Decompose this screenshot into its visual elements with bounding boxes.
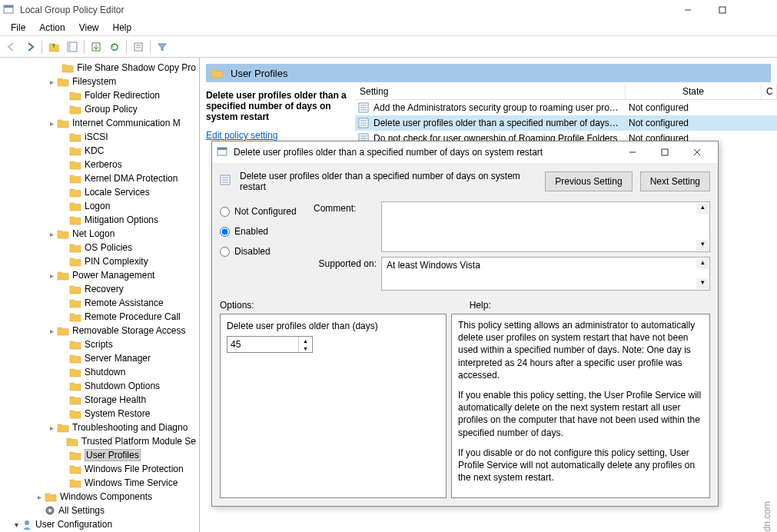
radio-enabled[interactable]: Enabled: [220, 221, 306, 241]
up-button[interactable]: [45, 38, 62, 55]
tree-item[interactable]: Group Policy: [0, 102, 199, 116]
tree-item[interactable]: System Restore: [0, 407, 199, 421]
tree-item[interactable]: Scripts: [0, 337, 199, 351]
row-state-label: Not configured: [624, 102, 777, 113]
scroll-up-icon[interactable]: ▴: [696, 258, 709, 269]
tree-item[interactable]: User Configuration: [0, 517, 199, 531]
folder-icon: [211, 68, 223, 78]
user-icon: [22, 519, 32, 530]
refresh-button[interactable]: [106, 38, 123, 55]
col-c[interactable]: C: [762, 84, 777, 99]
folder-icon: [69, 311, 81, 322]
filter-button[interactable]: [154, 38, 171, 55]
tree-item-label: Net Logon: [72, 228, 115, 239]
tree-item[interactable]: Folder Redirection: [0, 88, 199, 102]
caret-icon[interactable]: [46, 78, 57, 86]
tree-item-label: Kerberos: [85, 159, 122, 170]
tree-item[interactable]: Internet Communication M: [0, 116, 199, 130]
list-row[interactable]: Add the Administrators security group to…: [355, 100, 777, 115]
tree-pane[interactable]: File Share Shadow Copy ProFilesystemFold…: [0, 58, 200, 532]
tree-item[interactable]: Windows Components: [0, 490, 199, 504]
col-state[interactable]: State: [626, 84, 762, 99]
caret-icon[interactable]: [46, 271, 57, 280]
tree-item-label: Shutdown: [85, 367, 125, 377]
minimize-button[interactable]: [670, 2, 705, 18]
menu-help[interactable]: Help: [107, 21, 138, 35]
folder-icon: [69, 131, 81, 142]
dialog-titlebar[interactable]: Delete user profiles older than a specif…: [212, 141, 718, 163]
tree-item[interactable]: iSCSI: [0, 130, 199, 144]
dialog-close-button[interactable]: [681, 144, 713, 161]
tree-item[interactable]: File Share Shadow Copy Pro: [0, 61, 199, 75]
list-row[interactable]: Delete user profiles older than a specif…: [355, 115, 777, 131]
tree-item[interactable]: Windows File Protection: [0, 462, 199, 476]
tree-item[interactable]: Remote Assistance: [0, 296, 199, 310]
folder-icon: [69, 242, 81, 253]
radio-disabled[interactable]: Disabled: [220, 241, 306, 261]
tree-item[interactable]: Troubleshooting and Diagno: [0, 421, 199, 434]
previous-setting-button[interactable]: Previous Setting: [545, 171, 632, 191]
comment-textarea[interactable]: ▴ ▾: [381, 201, 710, 252]
radio-not-configured[interactable]: Not Configured: [220, 201, 306, 221]
tree-item[interactable]: Kernel DMA Protection: [0, 171, 199, 185]
tree-item[interactable]: All Settings: [0, 504, 199, 517]
menu-view[interactable]: View: [73, 21, 105, 35]
edit-policy-link[interactable]: Edit policy setting: [206, 130, 277, 141]
tree-item[interactable]: User Profiles: [0, 448, 199, 462]
tree-item[interactable]: Removable Storage Access: [0, 324, 199, 337]
folder-icon: [69, 339, 81, 350]
show-hide-tree-button[interactable]: [64, 38, 81, 55]
scroll-down-icon[interactable]: ▾: [696, 278, 709, 289]
toolbar: [0, 36, 777, 58]
tree-item[interactable]: Storage Health: [0, 393, 199, 407]
tree-item[interactable]: Remote Procedure Call: [0, 310, 199, 324]
tree-item[interactable]: Locale Services: [0, 185, 199, 199]
tree-item-label: Removable Storage Access: [72, 325, 185, 336]
days-input[interactable]: [227, 337, 298, 352]
tree-item-label: Internet Communication M: [72, 118, 181, 128]
tree-item[interactable]: Kerberos: [0, 158, 199, 171]
tree-item[interactable]: Net Logon: [0, 227, 199, 241]
caret-icon[interactable]: [46, 424, 57, 432]
tree-item[interactable]: Windows Time Service: [0, 476, 199, 490]
next-setting-button[interactable]: Next Setting: [640, 171, 710, 191]
svg-rect-10: [719, 7, 726, 13]
caret-icon[interactable]: [46, 230, 57, 238]
caret-icon[interactable]: [34, 493, 45, 501]
maximize-button[interactable]: [705, 2, 739, 18]
tree-item[interactable]: Server Manager: [0, 351, 199, 365]
menu-action[interactable]: Action: [33, 21, 71, 35]
caret-icon[interactable]: [11, 520, 22, 529]
tree-item[interactable]: Logon: [0, 199, 199, 213]
tree-item[interactable]: KDC: [0, 144, 199, 158]
watermark: wsxdn.com: [762, 501, 772, 532]
menu-file[interactable]: File: [5, 21, 32, 35]
export-button[interactable]: [88, 38, 105, 55]
tree-item[interactable]: OS Policies: [0, 241, 199, 254]
tree-item[interactable]: Mitigation Options: [0, 213, 199, 227]
dialog-minimize-button[interactable]: [616, 144, 649, 161]
forward-button[interactable]: [22, 38, 38, 55]
tree-item-label: Filesystem: [72, 76, 116, 87]
spin-down-button[interactable]: ▼: [299, 344, 312, 352]
folder-icon: [69, 187, 81, 198]
back-button[interactable]: [3, 38, 20, 55]
tree-item[interactable]: Shutdown: [0, 365, 199, 379]
caret-icon[interactable]: [46, 119, 57, 128]
svg-rect-14: [134, 43, 142, 51]
caret-icon[interactable]: [46, 327, 57, 335]
tree-item[interactable]: Filesystem: [0, 75, 199, 88]
tree-item[interactable]: Power Management: [0, 268, 199, 282]
days-spinner[interactable]: ▲ ▼: [227, 336, 313, 353]
scroll-up-icon[interactable]: ▴: [696, 203, 709, 214]
col-setting[interactable]: Setting: [355, 84, 626, 99]
scroll-down-icon[interactable]: ▾: [696, 240, 709, 251]
settings-icon: [45, 505, 55, 516]
tree-item[interactable]: Shutdown Options: [0, 379, 199, 393]
tree-item[interactable]: PIN Complexity: [0, 254, 199, 268]
tree-item[interactable]: Trusted Platform Module Se: [0, 434, 199, 448]
dialog-maximize-button[interactable]: [649, 144, 681, 161]
spin-up-button[interactable]: ▲: [299, 337, 312, 344]
properties-button[interactable]: [130, 38, 147, 55]
tree-item[interactable]: Recovery: [0, 282, 199, 296]
